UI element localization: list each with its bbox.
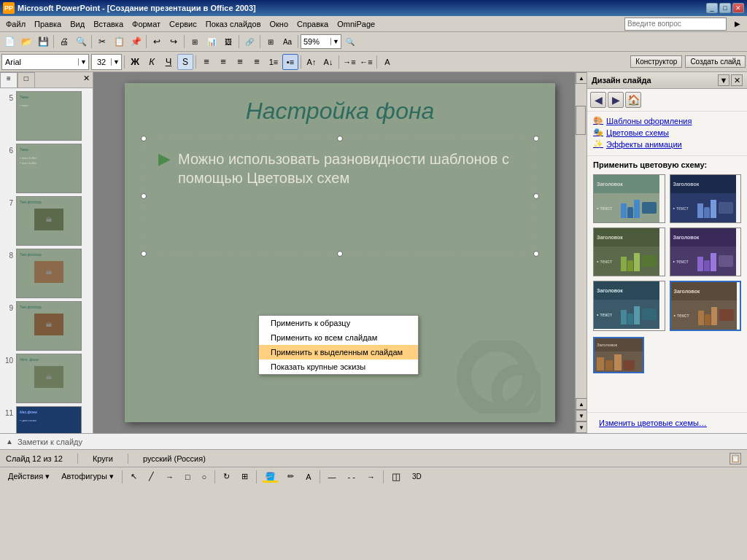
actions-button[interactable]: Действия ▾ xyxy=(3,469,55,485)
menu-help[interactable]: Справка xyxy=(293,18,333,30)
ctx-apply-master[interactable]: Применить к образцу xyxy=(259,316,418,330)
panel-close-button[interactable]: ✕ xyxy=(80,72,93,88)
font-size-dropdown[interactable]: ▼ xyxy=(111,58,121,66)
justify-button[interactable]: ≡ xyxy=(249,54,265,70)
color-scheme-4[interactable]: Заголовок • текст xyxy=(670,228,742,276)
nav-back-button[interactable]: ◀ xyxy=(590,92,606,108)
preview-button[interactable]: 🔍 xyxy=(73,34,89,50)
next-slide-button[interactable]: ▼ xyxy=(576,410,587,421)
panel-close-button[interactable]: ✕ xyxy=(731,74,743,86)
close-button[interactable]: ✕ xyxy=(732,3,744,13)
view-status-button[interactable]: 📋 xyxy=(729,453,741,464)
slide-item-5[interactable]: 5 Тема • текст xyxy=(3,91,90,141)
color-scheme-5[interactable]: Заголовок • текст xyxy=(593,281,665,331)
insert-clip-button[interactable]: 🖼 xyxy=(220,34,236,50)
italic-button[interactable]: К xyxy=(144,54,160,70)
slide-mini-7[interactable]: Тем.фотогр. 🏔 xyxy=(16,196,82,246)
expand-all-button[interactable]: ⊞ xyxy=(263,34,279,50)
tab-outline[interactable]: ≡ xyxy=(0,72,18,88)
scroll-up-button[interactable]: ▲ xyxy=(576,72,587,84)
slide-item-11[interactable]: 11 Нас.фона • цвет.схема xyxy=(3,406,90,433)
show-format-button[interactable]: Aa xyxy=(279,34,295,50)
font-color-button[interactable]: A xyxy=(379,54,395,70)
insert-table-button[interactable]: ⊞ xyxy=(187,34,203,50)
ctx-show-large[interactable]: Показать крупные эскизы xyxy=(259,359,418,374)
window-controls[interactable]: _ □ ✕ xyxy=(706,3,744,13)
design-button[interactable]: Конструктор xyxy=(630,55,682,68)
panel-minimize-button[interactable]: ▼ xyxy=(718,74,729,86)
menu-view[interactable]: Вид xyxy=(66,18,89,30)
zoom-dropdown[interactable]: ▼ xyxy=(330,38,341,45)
bullets-button[interactable]: •≡ xyxy=(282,54,298,70)
menu-tools[interactable]: Сервис xyxy=(165,18,201,30)
menu-edit[interactable]: Правка xyxy=(30,18,66,30)
bold-button[interactable]: Ж xyxy=(127,54,143,70)
menu-slideshow[interactable]: Показ слайдов xyxy=(201,18,266,30)
notes-toggle[interactable]: ▲ xyxy=(6,438,13,446)
hyperlink-button[interactable]: 🔗 xyxy=(241,34,258,50)
fill-color-button[interactable]: 🪣 xyxy=(260,469,281,485)
ctx-apply-all[interactable]: Применить ко всем слайдам xyxy=(259,330,418,345)
new-slide-button[interactable]: Создать слайд xyxy=(685,55,746,68)
shadow-draw-button[interactable]: ◫ xyxy=(387,469,406,485)
decrease-indent-button[interactable]: ←≡ xyxy=(358,54,374,70)
slide-item-10[interactable]: 10 Нет. фона 🏔 xyxy=(3,354,90,403)
increase-indent-button[interactable]: →≡ xyxy=(341,54,357,70)
slide-item-7[interactable]: 7 Тем.фотогр. 🏔 xyxy=(3,196,90,246)
redo-button[interactable]: ↪ xyxy=(166,34,182,50)
color-scheme-6[interactable]: Заголовок • текст xyxy=(670,281,742,331)
grouping-button[interactable]: ⊞ xyxy=(236,469,253,485)
menu-format[interactable]: Формат xyxy=(128,18,165,30)
arrow-button[interactable]: → xyxy=(160,469,179,485)
link-color-schemes[interactable]: 🎭 Цветовые схемы xyxy=(593,128,741,137)
zoom-button[interactable]: 🔍 xyxy=(342,34,358,50)
slide-item-8[interactable]: 8 Тем.фотогр. 🏔 xyxy=(3,249,90,298)
slide-item-9[interactable]: 9 Тем.фотогр. 🏔 xyxy=(3,301,90,351)
tab-slides[interactable]: □ xyxy=(18,72,35,88)
open-button[interactable]: 📂 xyxy=(18,34,34,50)
new-button[interactable]: 📄 xyxy=(1,34,18,50)
font-dropdown[interactable]: ▼ xyxy=(78,58,88,66)
paste-button[interactable]: 📌 xyxy=(128,34,144,50)
slide-mini-8[interactable]: Тем.фотогр. 🏔 xyxy=(16,249,82,298)
line-button[interactable]: ╱ xyxy=(144,469,159,485)
rotate-button[interactable]: ↻ xyxy=(218,469,235,485)
link-templates[interactable]: 🎨 Шаблоны оформления xyxy=(593,116,741,125)
align-left-button[interactable]: ≡ xyxy=(198,54,214,70)
3d-button[interactable]: 3D xyxy=(407,469,427,485)
save-button[interactable]: 💾 xyxy=(35,34,51,50)
font-color-draw-button[interactable]: A xyxy=(301,469,316,485)
insert-chart-button[interactable]: 📊 xyxy=(204,34,220,50)
slide-mini-5[interactable]: Тема • текст xyxy=(16,91,82,141)
canvas-scrollbar-v[interactable]: ▲ ▲ ▼ ▼ xyxy=(575,72,587,433)
maximize-button[interactable]: □ xyxy=(719,3,731,13)
zoom-input[interactable] xyxy=(301,37,330,46)
decrease-font-button[interactable]: A↓ xyxy=(320,54,336,70)
change-color-schemes-link[interactable]: Изменить цветовые схемы… xyxy=(593,416,741,430)
menu-omnipage[interactable]: OmniPage xyxy=(333,18,379,30)
shadow-button[interactable]: S xyxy=(177,54,193,70)
oval-button[interactable]: ○ xyxy=(197,469,212,485)
ctx-apply-selected[interactable]: Применить к выделенным слайдам xyxy=(259,345,418,359)
autoshapes-button[interactable]: Автофигуры ▾ xyxy=(56,469,119,485)
slide-mini-10[interactable]: Нет. фона 🏔 xyxy=(16,354,82,403)
undo-button[interactable]: ↩ xyxy=(149,34,165,50)
menu-window[interactable]: Окно xyxy=(266,18,293,30)
underline-button[interactable]: Ч xyxy=(160,54,177,70)
arrow-style-button[interactable]: → xyxy=(362,469,380,485)
select-button[interactable]: ↖ xyxy=(125,469,142,485)
prev-slide-button[interactable]: ▲ xyxy=(576,398,587,410)
copy-button[interactable]: 📋 xyxy=(111,34,127,50)
slide-mini-9[interactable]: Тем.фотогр. 🏔 xyxy=(16,301,82,351)
align-right-button[interactable]: ≡ xyxy=(232,54,248,70)
scroll-down-button[interactable]: ▼ xyxy=(576,421,587,433)
minimize-button[interactable]: _ xyxy=(706,3,718,13)
slide-mini-6[interactable]: Тема • текст bullet • текст bullet xyxy=(16,144,82,193)
nav-home-button[interactable]: 🏠 xyxy=(625,92,641,108)
search-input[interactable] xyxy=(624,18,727,31)
line-color-button[interactable]: ✏ xyxy=(282,469,299,485)
increase-font-button[interactable]: A↑ xyxy=(303,54,320,70)
search-button[interactable]: ▶ xyxy=(729,16,746,32)
menu-file[interactable]: Файл xyxy=(1,18,30,30)
dash-style-button[interactable]: - - xyxy=(343,469,360,485)
